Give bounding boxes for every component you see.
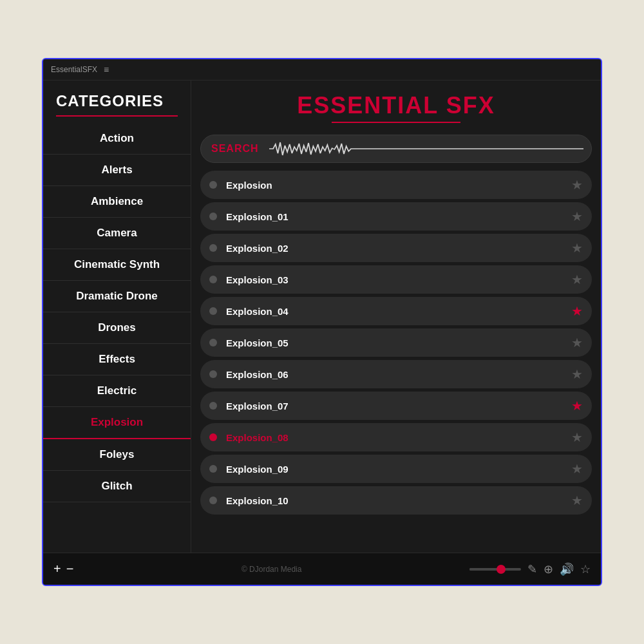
- sound-name-9: Explosion_09: [226, 464, 571, 475]
- bottom-bar: + − © DJordan Media ✎ ⊕ 🔊 ☆: [43, 553, 601, 585]
- app-title-area: ESSENTIAL SFX: [191, 80, 601, 129]
- app-name-label: EssentialSFX: [51, 65, 97, 74]
- sound-name-6: Explosion_06: [226, 369, 571, 380]
- sidebar-item-ambience[interactable]: Ambience: [43, 186, 191, 218]
- volume-slider-container[interactable]: [469, 568, 521, 571]
- app-title-part2: SFX: [446, 92, 495, 118]
- categories-title: CATEGORIES: [56, 92, 178, 117]
- play-dot-2: [209, 244, 217, 252]
- sound-name-10: Explosion_10: [226, 495, 571, 506]
- sidebar-item-foleys[interactable]: Foleys: [43, 439, 191, 471]
- play-dot-5: [209, 339, 217, 346]
- sound-item-10[interactable]: Explosion_10★: [200, 486, 592, 515]
- star-btn-4[interactable]: ★: [571, 303, 583, 319]
- star-btn-2[interactable]: ★: [571, 240, 583, 256]
- sound-item-0[interactable]: Explosion★: [200, 171, 592, 199]
- star-btn-3[interactable]: ★: [571, 272, 583, 287]
- sound-name-1: Explosion_01: [226, 211, 571, 222]
- sound-name-2: Explosion_02: [226, 243, 571, 254]
- sidebar-item-dramatic-drone[interactable]: Dramatic Drone: [43, 281, 191, 312]
- app-title-part1: ESSENTIAL: [297, 92, 438, 118]
- sound-item-1[interactable]: Explosion_01★: [200, 202, 592, 231]
- right-panel: ESSENTIAL SFX SEARCH Explosion★Explosion…: [191, 80, 601, 553]
- sidebar-header: CATEGORIES: [43, 80, 191, 123]
- sidebar-item-glitch[interactable]: Glitch: [43, 471, 191, 502]
- sound-item-4[interactable]: Explosion_04★: [200, 297, 592, 325]
- sound-item-5[interactable]: Explosion_05★: [200, 328, 592, 357]
- favorites-icon[interactable]: ☆: [580, 562, 591, 576]
- slider-thumb[interactable]: [497, 565, 506, 574]
- sound-name-4: Explosion_04: [226, 306, 571, 317]
- copyright-text: © DJordan Media: [73, 565, 469, 574]
- sound-name-8: Explosion_08: [226, 432, 571, 443]
- star-btn-9[interactable]: ★: [571, 461, 583, 477]
- app-window: EssentialSFX ≡ CATEGORIES ActionAlertsAm…: [42, 58, 602, 586]
- sound-item-8[interactable]: Explosion_08★: [200, 423, 592, 451]
- star-btn-8[interactable]: ★: [571, 430, 583, 445]
- play-dot-9: [209, 465, 217, 473]
- title-underline: [332, 122, 460, 123]
- sound-list: Explosion★Explosion_01★Explosion_02★Expl…: [191, 168, 601, 553]
- search-bar[interactable]: SEARCH: [200, 135, 592, 163]
- bottom-right: ✎ ⊕ 🔊 ☆: [469, 562, 591, 576]
- sound-item-9[interactable]: Explosion_09★: [200, 455, 592, 483]
- sidebar-item-camera[interactable]: Camera: [43, 218, 191, 249]
- play-dot-4: [209, 307, 217, 315]
- star-btn-0[interactable]: ★: [571, 177, 583, 193]
- play-dot-0: [209, 181, 217, 189]
- sidebar-list: ActionAlertsAmbienceCameraCinematic Synt…: [43, 123, 191, 553]
- play-dot-10: [209, 497, 217, 504]
- title-bar: EssentialSFX ≡: [43, 59, 601, 80]
- sound-name-0: Explosion: [226, 180, 571, 191]
- sidebar-item-electric[interactable]: Electric: [43, 375, 191, 407]
- sound-name-7: Explosion_07: [226, 401, 571, 412]
- star-btn-6[interactable]: ★: [571, 366, 583, 382]
- remove-button[interactable]: −: [66, 562, 74, 576]
- play-dot-6: [209, 370, 217, 378]
- star-btn-1[interactable]: ★: [571, 209, 583, 224]
- slider-fill: [469, 568, 498, 571]
- globe-icon[interactable]: ⊕: [544, 562, 553, 576]
- sound-item-7[interactable]: Explosion_07★: [200, 392, 592, 420]
- star-btn-10[interactable]: ★: [571, 493, 583, 508]
- sound-item-2[interactable]: Explosion_02★: [200, 234, 592, 262]
- sidebar-item-drones[interactable]: Drones: [43, 312, 191, 344]
- add-button[interactable]: +: [53, 562, 61, 576]
- sound-item-3[interactable]: Explosion_03★: [200, 265, 592, 294]
- sidebar-item-cinematic-synth[interactable]: Cinematic Synth: [43, 249, 191, 281]
- sidebar: CATEGORIES ActionAlertsAmbienceCameraCin…: [43, 80, 191, 553]
- main-content: CATEGORIES ActionAlertsAmbienceCameraCin…: [43, 80, 601, 553]
- bottom-left: + −: [53, 562, 73, 576]
- waveform-area: [269, 139, 591, 158]
- sound-name-5: Explosion_05: [226, 337, 571, 348]
- volume-icon[interactable]: 🔊: [560, 562, 574, 576]
- sidebar-item-action[interactable]: Action: [43, 123, 191, 155]
- star-btn-5[interactable]: ★: [571, 335, 583, 350]
- play-dot-7: [209, 402, 217, 410]
- star-btn-7[interactable]: ★: [571, 398, 583, 413]
- waveform-svg: [269, 139, 583, 158]
- play-dot-8: [209, 433, 217, 441]
- sidebar-item-effects[interactable]: Effects: [43, 344, 191, 375]
- sound-name-3: Explosion_03: [226, 274, 571, 285]
- sidebar-item-explosion[interactable]: Explosion: [43, 407, 191, 439]
- search-label: SEARCH: [201, 143, 269, 155]
- sidebar-item-alerts[interactable]: Alerts: [43, 155, 191, 186]
- play-dot-1: [209, 213, 217, 220]
- edit-icon[interactable]: ✎: [527, 562, 537, 576]
- sound-item-6[interactable]: Explosion_06★: [200, 360, 592, 388]
- play-dot-3: [209, 276, 217, 283]
- app-title-text: ESSENTIAL SFX: [191, 92, 601, 119]
- menu-icon[interactable]: ≡: [104, 64, 109, 75]
- slider-track[interactable]: [469, 568, 521, 571]
